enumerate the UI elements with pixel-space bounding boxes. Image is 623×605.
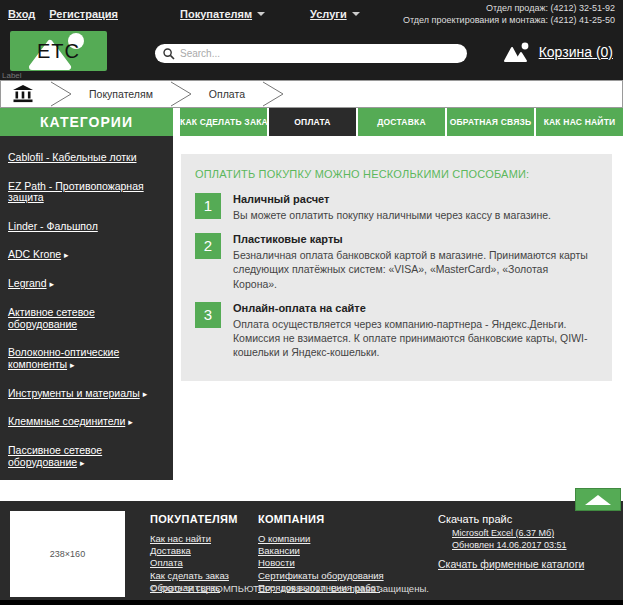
sidebar-item-passive-network[interactable]: Пассивное сетевое оборудование▸ [8,445,163,468]
register-link[interactable]: Регистрация [49,8,118,20]
tab-how-to-order[interactable]: КАК СДЕЛАТЬ ЗАКАЗ [180,108,267,136]
site-footer: 238×160 ПОКУПАТЕЛЯМ Как нас найти Достав… [0,501,623,600]
chevron-right-icon [49,81,73,107]
search-bar [155,44,467,63]
payment-method-cards: 2 Пластиковые карты Безналичная оплата б… [195,233,592,291]
sidebar-item-fiber-optic[interactable]: Волоконно-оптические компоненты▸ [8,347,163,370]
chevron-right-icon [261,81,285,107]
footer-link-news[interactable]: Новости [258,557,384,569]
footer-link-certificates[interactable]: Сертификаты оборудования [258,570,384,582]
menu-buyers[interactable]: Покупателям [180,8,265,20]
method-text: Безналичная оплата банковской картой в м… [233,248,592,291]
submenu-arrow-icon: ▸ [70,361,75,371]
sidebar-item-terminal-connectors[interactable]: Клеммные соединители▸ [8,416,163,428]
arrow-up-icon [585,495,611,505]
footer-link-find-us[interactable]: Как нас найти [150,533,238,545]
sidebar-item-adc-krone[interactable]: ADC Krone▸ [8,249,163,261]
submenu-arrow-icon: ▸ [128,418,133,428]
submenu-arrow-icon: ▸ [143,390,148,400]
breadcrumb-home-link[interactable] [1,85,47,103]
footer-column-buyers: ПОКУПАТЕЛЯМ Как нас найти Доставка Оплат… [150,513,238,594]
breadcrumb-item-current: Оплата [195,88,259,100]
page: Вход Регистрация Покупателям Услуги Отде… [0,0,623,605]
site-header: ETC Label Корзина (0) [0,27,623,80]
method-body: Пластиковые карты Безналичная оплата бан… [233,233,592,291]
caret-down-icon [352,12,360,16]
submenu-arrow-icon: ▸ [64,251,69,261]
cart-image-icon [504,42,531,62]
sidebar-item-label: Legrand [8,277,47,289]
login-link[interactable]: Вход [8,8,35,20]
download-catalogs-link[interactable]: Скачать фирменные каталоги [438,558,584,570]
sidebar-item-linder[interactable]: Linder - Фальшпол [8,221,163,233]
tab-payment[interactable]: ОПЛАТА [269,108,356,136]
logo-alt-label: Label [2,71,22,80]
categories-list: Cablofil - Кабельные лотки EZ Path - Про… [0,136,173,480]
tab-find-us[interactable]: КАК НАС НАЙТИ [536,108,623,136]
cart-link[interactable]: Корзина (0) [539,44,613,60]
footer-link-about[interactable]: О компании [258,533,384,545]
categories-title: КАТЕГОРИИ [0,108,173,136]
footer-link-payment[interactable]: Оплата [150,557,238,569]
footer-link-how-to-order[interactable]: Как сделать заказ [150,570,238,582]
menu-services-label: Услуги [310,8,347,20]
download-updated-link[interactable]: Обновлен 14.06.2017 03:51 [452,540,584,552]
footer-column-title: ПОКУПАТЕЛЯМ [150,513,238,525]
auth-links: Вход Регистрация [8,8,118,20]
scroll-to-top-button[interactable] [575,488,621,511]
tab-feedback[interactable]: ОБРАТНАЯ СВЯЗЬ [447,108,534,136]
method-text: Оплата осуществляется через компанию-пар… [233,317,592,360]
download-excel-link[interactable]: Microsoft Excel (6.37 Мб) [452,528,584,540]
design-phone: Отдел проектирования и монтажа: (4212) 4… [403,14,615,26]
logo-text: ETC [10,40,107,63]
cart: Корзина (0) [504,42,613,62]
sidebar-item-label: Пассивное сетевое оборудование [8,444,102,468]
method-body: Онлайн-оплата на сайте Оплата осуществля… [233,302,592,360]
sidebar-item-label: ADC Krone [8,248,61,260]
sidebar-item-label: Linder - Фальшпол [8,220,98,232]
search-input[interactable] [180,48,459,59]
footer-downloads: Скачать прайс Microsoft Excel (6.37 Мб) … [438,513,584,570]
sidebar-item-label: EZ Path - Противопожарная защита [8,180,144,204]
sidebar-item-active-network[interactable]: Активное сетевое оборудование [8,307,163,330]
method-body: Наличный расчет Вы можете оплатить покуп… [233,193,551,222]
submenu-arrow-icon: ▸ [50,280,55,290]
logo[interactable]: ETC [10,31,107,71]
sidebar-item-tools[interactable]: Инструменты и материалы▸ [8,388,163,400]
download-price-links: Microsoft Excel (6.37 Мб) Обновлен 14.06… [438,528,584,551]
sidebar-item-label: Активное сетевое оборудование [8,306,95,330]
sidebar-item-label: Инструменты и материалы [8,387,140,399]
content-column: КАК СДЕЛАТЬ ЗАКАЗ ОПЛАТА ДОСТАВКА ОБРАТН… [180,108,623,381]
method-text: Вы можете оплатить покупку наличными чер… [233,208,551,222]
chevron-right-icon [169,81,193,107]
sales-phone: Отдел продаж: (4212) 32-51-92 [403,2,615,14]
menu-buyers-label: Покупателям [180,8,252,20]
search-icon [163,48,175,60]
section-tabs: КАК СДЕЛАТЬ ЗАКАЗ ОПЛАТА ДОСТАВКА ОБРАТН… [180,108,623,136]
sidebar-item-label: Клеммные соединители [8,415,125,427]
breadcrumb: Покупателям Оплата [0,80,623,108]
footer-link-delivery[interactable]: Доставка [150,545,238,557]
method-title: Онлайн-оплата на сайте [233,302,592,314]
method-title: Пластиковые карты [233,233,592,245]
sidebar-item-legrand[interactable]: Legrand▸ [8,278,163,290]
sidebar-item-ezpath[interactable]: EZ Path - Противопожарная защита [8,181,163,204]
top-bar: Вход Регистрация Покупателям Услуги Отде… [0,0,623,27]
menu-services[interactable]: Услуги [310,8,360,20]
download-price-title: Скачать прайс [438,513,584,525]
tab-delivery[interactable]: ДОСТАВКА [358,108,445,136]
sidebar-item-cablofil[interactable]: Cablofil - Кабельные лотки [8,152,163,164]
footer-bottom-strip [0,600,623,605]
payment-content-box: ОПЛАТИТЬ ПОКУПКУ МОЖНО НЕСКОЛЬКИМИ СПОСО… [181,154,612,381]
footer-link-vacancies[interactable]: Вакансии [258,545,384,557]
payment-method-online: 3 Онлайн-оплата на сайте Оплата осуществ… [195,302,592,360]
home-bank-icon [13,85,33,103]
footer-column-company: КОМПАНИЯ О компании Вакансии Новости Сер… [258,513,384,594]
submenu-arrow-icon: ▸ [80,459,85,469]
footer-column-title: КОМПАНИЯ [258,513,384,525]
payment-method-cash: 1 Наличный расчет Вы можете оплатить пок… [195,193,592,222]
method-title: Наличный расчет [233,193,551,205]
contact-phones: Отдел продаж: (4212) 32-51-92 Отдел прое… [403,2,615,26]
breadcrumb-item-buyers[interactable]: Покупателям [75,88,167,100]
copyright-text: © ООО "ИТЦ КОМПЬЮТЕР", 1998-2017. Все пр… [150,583,429,594]
